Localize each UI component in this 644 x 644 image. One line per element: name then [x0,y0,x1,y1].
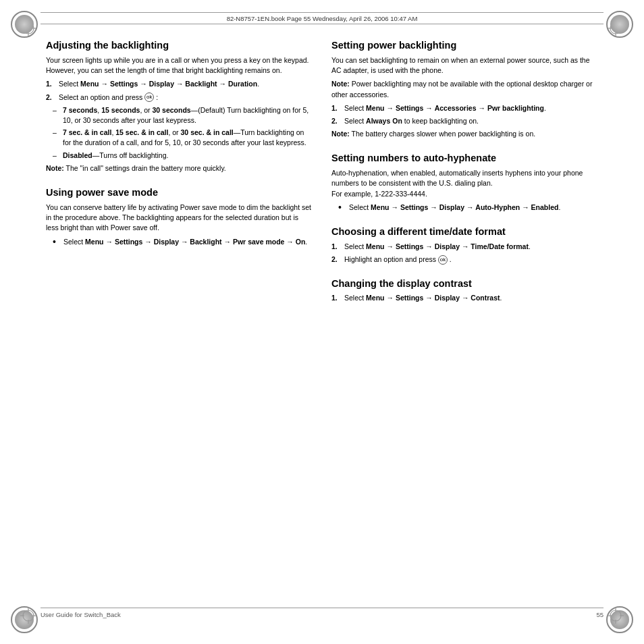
deco-circle-tr [606,11,633,38]
svg-point-10 [23,610,34,621]
step-1-timedate-text: Select Menu → Settings → Display → Time/… [344,242,531,252]
page: 82-N8757-1EN.book Page 55 Wednesday, Apr… [0,0,644,644]
section-power-backlighting: Setting power backlighting You can set b… [331,39,598,142]
note-label-power-1: Note: [331,80,350,88]
dash-item-2-text: 7 sec. & in call, 15 sec. & in call, or … [63,128,313,148]
step-1-contrast: 1. Select Menu → Settings → Display → Co… [331,293,598,303]
section-title-powerbklght: Setting power backlighting [331,39,598,52]
footer-left: User Guide for Switch_Back [41,611,121,618]
section-intro-powerbklght: You can set backlighting to remain on wh… [331,55,598,76]
bullet-item-powersave: • Select Menu → Settings → Display → Bac… [53,237,313,247]
footer-bar: User Guide for Switch_Back 55 [41,608,603,618]
section-adjusting-backlighting: Adjusting the backlighting Your screen l… [46,39,313,177]
step-1-power: 1. Select Menu → Settings → Accessories … [331,103,598,113]
step-1-contrast-num: 1. [331,293,341,303]
dash-item-3: – Disabled—Turns off backlighting. [53,151,313,161]
note-power-bklght-2: Note: The battery charges slower when po… [331,129,598,139]
section-title-contrast: Changing the display contrast [331,277,598,290]
note-text-power-2: The battery charges slower when power ba… [352,130,536,138]
bullet-list-powersave: • Select Menu → Settings → Display → Bac… [53,237,313,247]
note-text-adjusting: The "in call" settings drain the battery… [66,164,226,172]
right-column: Setting power backlighting You can set b… [331,39,598,603]
bullet-dot-powersave: • [53,237,59,247]
step-1-adjusting: 1. Select Menu → Settings → Display → Ba… [46,79,313,89]
dash-sym-3: – [53,151,59,161]
step-2-power-num: 2. [331,116,341,126]
step-2-timedate-text: Highlight an option and press ok . [344,254,452,265]
step-2-adjusting: 2. Select an option and press ok : [46,92,313,103]
step-1-timedate: 1. Select Menu → Settings → Display → Ti… [331,242,598,252]
dash-item-3-text: Disabled—Turns off backlighting. [63,151,168,161]
dash-item-2: – 7 sec. & in call, 15 sec. & in call, o… [53,128,313,148]
step-1-power-num: 1. [331,103,341,113]
dash-item-1-text: 7 seconds, 15 seconds, or 30 seconds—(De… [63,105,313,126]
step-1-text: Select Menu → Settings → Display → Backl… [59,79,259,89]
dash-item-1: – 7 seconds, 15 seconds, or 30 seconds—(… [53,105,313,126]
step-2-timedate: 2. Highlight an option and press ok . [331,254,598,265]
note-label-power-2: Note: [331,130,350,138]
note-label-adjusting: Note: [46,164,64,172]
bullet-dot-autohyphen: • [338,203,345,213]
section-display-contrast: Changing the display contrast 1. Select … [331,268,598,306]
step-1-num: 1. [46,79,55,89]
bullet-text-powersave: Select Menu → Settings → Display → Backl… [63,237,307,247]
section-intro-adjusting: Your screen lights up while you are in a… [46,55,313,76]
dash-sym-2: – [53,128,59,148]
header-text: 82-N8757-1EN.book Page 55 Wednesday, Apr… [227,15,418,22]
note-adjusting: Note: The "in call" settings drain the b… [46,163,313,173]
left-column: Adjusting the backlighting Your screen l… [46,39,313,603]
step-2-timedate-num: 2. [331,254,341,265]
note-power-bklght-1: Note: Power backlighting may not be avai… [331,79,598,99]
bullet-text-autohyphen: Select Menu → Settings → Display → Auto-… [349,203,560,213]
ok-button-icon-timedate: ok [438,255,448,265]
note-text-power-1: Power backlighting may not be available … [331,80,592,98]
reg-mark-bl [19,606,38,625]
header-bar: 82-N8757-1EN.book Page 55 Wednesday, Apr… [41,12,603,24]
step-2-num: 2. [46,92,55,103]
dash-list-options: – 7 seconds, 15 seconds, or 30 seconds—(… [53,105,313,161]
bullet-list-autohyphen: • Select Menu → Settings → Display → Aut… [338,203,598,213]
step-2-power-text: Select Always On to keep backlighting on… [344,116,479,126]
section-time-date-format: Choosing a different time/date format 1.… [331,216,598,267]
reg-mark-br [606,606,625,625]
step-1-timedate-num: 1. [331,242,341,252]
bullet-item-autohyphen: • Select Menu → Settings → Display → Aut… [338,203,598,213]
section-title-adjusting: Adjusting the backlighting [46,39,313,52]
section-title-autohyphen: Setting numbers to auto-hyphenate [331,152,598,165]
deco-circle-tl [11,11,38,38]
svg-point-15 [610,610,621,621]
section-title-powersave: Using power save mode [46,186,313,199]
dash-sym-1: – [53,105,59,126]
step-2-text: Select an option and press ok : [59,92,158,103]
footer-right: 55 [596,611,603,618]
step-1-power-text: Select Menu → Settings → Accessories → P… [344,103,546,113]
step-1-contrast-text: Select Menu → Settings → Display → Contr… [344,293,502,303]
section-auto-hyphenate: Setting numbers to auto-hyphenate Auto-h… [331,142,598,216]
section-power-save-mode: Using power save mode You can conserve b… [46,177,313,250]
main-content: Adjusting the backlighting Your screen l… [46,39,598,603]
step-2-power: 2. Select Always On to keep backlighting… [331,116,598,126]
section-intro-autohyphen: Auto-hyphenation, when enabled, automati… [331,168,598,199]
ok-button-icon: ok [144,92,154,102]
section-title-timedate: Choosing a different time/date format [331,225,598,238]
section-intro-powersave: You can conserve battery life by activat… [46,203,313,234]
